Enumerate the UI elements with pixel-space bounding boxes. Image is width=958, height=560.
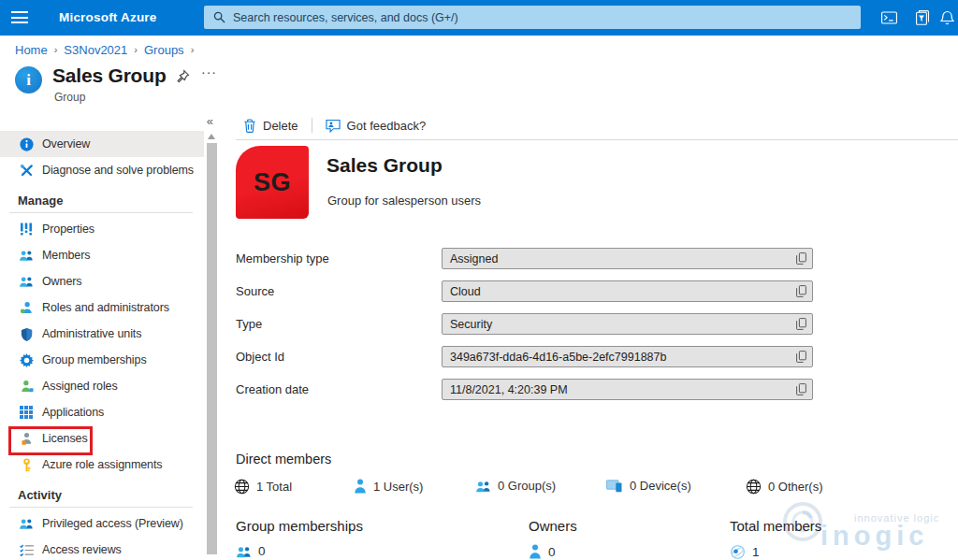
cloud-shell-icon[interactable] bbox=[872, 0, 906, 36]
command-bar-divider bbox=[236, 139, 958, 140]
stat-1-total[interactable]: 1 Total bbox=[234, 479, 292, 495]
key-icon bbox=[19, 457, 34, 472]
summary-value-owners[interactable]: 0 bbox=[529, 544, 556, 559]
globe-icon bbox=[234, 479, 250, 495]
breadcrumb: Home›S3Nov2021›Groups› bbox=[15, 43, 194, 57]
people-icon bbox=[475, 480, 491, 493]
globe-icon bbox=[746, 479, 762, 495]
device-icon bbox=[606, 480, 623, 493]
grid-icon bbox=[19, 405, 34, 420]
sidebar-item-roles-and-administrators[interactable]: Roles and administrators bbox=[0, 294, 204, 321]
diagnose-icon bbox=[19, 163, 34, 178]
sidebar-item-properties[interactable]: Properties bbox=[0, 216, 204, 242]
group-avatar: SG bbox=[236, 146, 309, 219]
copy-icon[interactable] bbox=[796, 285, 812, 297]
sidebar-item-owners[interactable]: Owners bbox=[0, 268, 204, 294]
delete-button[interactable]: Delete bbox=[243, 119, 298, 133]
command-separator bbox=[312, 118, 312, 133]
field-label-object-id: Object Id bbox=[236, 346, 284, 367]
sidebar-item-members[interactable]: Members bbox=[0, 242, 204, 268]
user-icon bbox=[529, 544, 542, 559]
field-value-source[interactable]: Cloud bbox=[442, 280, 813, 302]
summary-title-owners: Owners bbox=[529, 518, 577, 534]
sidebar-item-privileged-access-preview[interactable]: Privileged access (Preview) bbox=[0, 510, 204, 537]
copy-icon[interactable] bbox=[796, 383, 812, 395]
sidebar-scrollbar[interactable] bbox=[206, 131, 217, 560]
breadcrumb-separator: › bbox=[191, 43, 195, 57]
summary-value-total-members[interactable]: 1 bbox=[730, 544, 760, 560]
checklist-icon bbox=[19, 542, 34, 557]
stat-0-other-s[interactable]: 0 Other(s) bbox=[746, 479, 823, 495]
field-label-membership-type: Membership type bbox=[236, 248, 329, 269]
search-icon bbox=[213, 11, 225, 23]
page-subtitle: Group bbox=[54, 91, 85, 104]
sidebar-item-azure-role-assignments[interactable]: Azure role assignments bbox=[0, 452, 204, 478]
hamburger-menu-icon[interactable] bbox=[11, 11, 28, 23]
breadcrumb-separator: › bbox=[134, 43, 138, 57]
stat-0-group-s[interactable]: 0 Group(s) bbox=[475, 479, 556, 493]
field-label-creation-date: Creation date bbox=[236, 379, 309, 400]
sidebar-item-diagnose-and-solve-problems[interactable]: Diagnose and solve problems bbox=[0, 157, 204, 183]
command-bar: Delete Got feedback? bbox=[243, 116, 426, 135]
sidebar-item-assigned-roles[interactable]: Assigned roles bbox=[0, 373, 204, 399]
summary-title-total-members: Total members bbox=[730, 518, 821, 534]
sidebar-section-activity: Activity bbox=[18, 485, 204, 506]
copy-icon[interactable] bbox=[796, 351, 812, 363]
sidebar: « OverviewDiagnose and solve problemsMan… bbox=[0, 110, 217, 560]
field-value-object-id[interactable]: 349a673f-dda6-4d16-a5be-2efc7991887b bbox=[442, 346, 813, 367]
collapse-sidebar-icon[interactable]: « bbox=[207, 114, 213, 128]
summary-value-group-memberships[interactable]: 0 bbox=[236, 544, 266, 558]
breadcrumb-groups[interactable]: Groups bbox=[144, 43, 184, 57]
stat-1-user-s[interactable]: 1 User(s) bbox=[354, 479, 423, 494]
people-icon bbox=[19, 516, 34, 531]
copy-icon[interactable] bbox=[796, 318, 812, 330]
sidebar-item-overview[interactable]: Overview bbox=[0, 131, 204, 157]
field-value-type[interactable]: Security bbox=[442, 313, 813, 335]
role-person-icon bbox=[19, 300, 34, 315]
more-options-icon[interactable]: ··· bbox=[201, 65, 217, 79]
sidebar-item-administrative-units[interactable]: Administrative units bbox=[0, 321, 204, 347]
direct-members-title: Direct members bbox=[236, 452, 331, 467]
sidebar-section-divider bbox=[9, 507, 193, 508]
field-value-creation-date[interactable]: 11/8/2021, 4:20:39 PM bbox=[442, 379, 813, 400]
user-icon bbox=[354, 479, 367, 494]
direct-members-stats: 1 Total1 User(s)0 Group(s)0 Device(s)0 O… bbox=[236, 479, 958, 495]
sidebar-item-access-reviews[interactable]: Access reviews bbox=[0, 537, 204, 560]
azure-logo-text[interactable]: Microsoft Azure bbox=[59, 0, 157, 36]
pin-icon[interactable] bbox=[175, 69, 190, 84]
sidebar-section-divider bbox=[9, 212, 193, 213]
search-placeholder: Search resources, services, and docs (G+… bbox=[233, 11, 458, 24]
notifications-bell-icon[interactable] bbox=[939, 0, 955, 36]
main-content: Delete Got feedback? SG Sales Group Grou… bbox=[236, 110, 958, 560]
sidebar-item-applications[interactable]: Applications bbox=[0, 399, 204, 425]
group-description: Group for salesperson users bbox=[327, 194, 481, 208]
properties-icon bbox=[19, 222, 34, 237]
global-search-input[interactable]: Search resources, services, and docs (G+… bbox=[204, 6, 861, 29]
feedback-icon bbox=[326, 119, 341, 133]
field-value-membership-type[interactable]: Assigned bbox=[442, 248, 813, 269]
directory-filter-icon[interactable] bbox=[906, 0, 939, 36]
summary-title-group-memberships: Group memberships bbox=[236, 518, 363, 534]
field-label-type: Type bbox=[236, 313, 262, 335]
copy-icon[interactable] bbox=[796, 252, 812, 265]
scroll-thumb[interactable] bbox=[207, 143, 217, 554]
people-icon bbox=[19, 248, 34, 263]
admin-units-icon bbox=[19, 326, 34, 341]
people-icon bbox=[236, 545, 252, 558]
sphere-icon bbox=[730, 544, 746, 560]
breadcrumb-separator: › bbox=[54, 43, 58, 57]
people-icon bbox=[19, 274, 34, 289]
sidebar-nav: OverviewDiagnose and solve problemsManag… bbox=[0, 131, 204, 560]
sidebar-item-group-memberships[interactable]: Group memberships bbox=[0, 347, 204, 373]
info-icon bbox=[19, 136, 34, 151]
annotation-box bbox=[8, 426, 93, 455]
page-title: Sales Group bbox=[52, 65, 167, 87]
scroll-up-arrow[interactable] bbox=[208, 134, 215, 139]
breadcrumb-s3nov2021[interactable]: S3Nov2021 bbox=[64, 43, 127, 57]
got-feedback-button[interactable]: Got feedback? bbox=[326, 119, 427, 133]
sidebar-section-manage: Manage bbox=[18, 191, 204, 211]
assigned-person-icon bbox=[19, 379, 34, 394]
breadcrumb-home[interactable]: Home bbox=[15, 43, 48, 57]
gear-icon bbox=[19, 352, 34, 367]
stat-0-device-s[interactable]: 0 Device(s) bbox=[606, 479, 691, 493]
